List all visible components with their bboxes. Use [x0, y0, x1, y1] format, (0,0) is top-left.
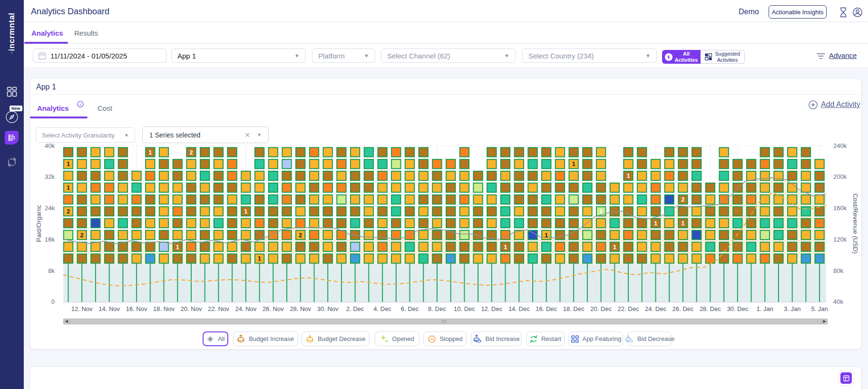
svg-text:24. Nov: 24. Nov — [235, 305, 256, 312]
svg-text:Paid/Organic: Paid/Organic — [35, 205, 42, 242]
svg-text:2: 2 — [80, 232, 84, 239]
svg-text:40k: 40k — [45, 143, 55, 149]
svg-text:1: 1 — [176, 243, 179, 251]
svg-text:40k: 40k — [833, 298, 843, 305]
svg-text:6. Dec: 6. Dec — [401, 305, 419, 312]
svg-text:1: 1 — [572, 160, 575, 167]
svg-text:1: 1 — [148, 149, 152, 156]
svg-text:240k: 240k — [833, 143, 847, 149]
svg-text:30. Dec: 30. Dec — [727, 305, 748, 312]
svg-text:28. Nov: 28. Nov — [290, 305, 311, 312]
svg-text:30. Nov: 30. Nov — [317, 305, 339, 312]
svg-text:5. Jan: 5. Jan — [811, 305, 828, 312]
svg-text:4. Dec: 4. Dec — [373, 305, 391, 312]
svg-text:80k: 80k — [833, 267, 843, 274]
svg-text:1: 1 — [613, 243, 616, 251]
svg-text:26. Nov: 26. Nov — [263, 305, 284, 312]
svg-text:24k: 24k — [45, 204, 55, 212]
svg-text:1: 1 — [67, 184, 70, 191]
svg-text:2: 2 — [681, 196, 684, 203]
svg-text:16. Dec: 16. Dec — [536, 305, 557, 312]
svg-text:20. Dec: 20. Dec — [590, 305, 612, 312]
svg-text:14. Dec: 14. Dec — [508, 305, 530, 312]
svg-text:18. Dec: 18. Dec — [563, 305, 585, 312]
svg-text:24. Dec: 24. Dec — [645, 305, 666, 312]
svg-text:2. Dec: 2. Dec — [346, 305, 364, 312]
svg-text:8k: 8k — [48, 267, 55, 274]
svg-text:22. Dec: 22. Dec — [618, 305, 639, 312]
svg-text:2: 2 — [67, 208, 70, 215]
svg-text:1: 1 — [681, 220, 684, 227]
svg-text:1: 1 — [258, 255, 261, 262]
svg-text:10. Dec: 10. Dec — [454, 305, 475, 312]
svg-text:0: 0 — [51, 298, 55, 305]
svg-text:1: 1 — [545, 232, 548, 239]
svg-text:1: 1 — [626, 172, 630, 179]
svg-text:1: 1 — [599, 208, 603, 215]
svg-text:120k: 120k — [833, 236, 847, 243]
svg-text:2: 2 — [299, 232, 302, 239]
svg-text:26. Dec: 26. Dec — [672, 305, 693, 312]
svg-text:1: 1 — [504, 243, 507, 251]
svg-text:20. Nov: 20. Nov — [181, 305, 202, 312]
svg-text:18. Nov: 18. Nov — [153, 305, 175, 312]
svg-text:14. Nov: 14. Nov — [98, 305, 120, 312]
svg-text:22. Nov: 22. Nov — [208, 305, 229, 312]
svg-text:28. Dec: 28. Dec — [700, 305, 721, 312]
svg-text:2: 2 — [189, 149, 193, 156]
svg-text:16k: 16k — [45, 236, 55, 243]
svg-text:32k: 32k — [45, 173, 55, 180]
svg-text:12. Dec: 12. Dec — [481, 305, 502, 312]
svg-text:12. Nov: 12. Nov — [71, 305, 93, 312]
svg-text:1. Jan: 1. Jan — [756, 305, 773, 312]
svg-text:1: 1 — [67, 160, 70, 167]
svg-text:16. Nov: 16. Nov — [126, 305, 147, 312]
svg-text:Cost/Revenue (USD): Cost/Revenue (USD) — [852, 194, 859, 254]
svg-text:3. Jan: 3. Jan — [784, 305, 800, 312]
svg-text:8. Dec: 8. Dec — [428, 305, 446, 312]
svg-text:1: 1 — [244, 208, 247, 215]
svg-text:200k: 200k — [833, 173, 847, 180]
svg-text:1: 1 — [654, 220, 657, 227]
svg-text:160k: 160k — [833, 204, 847, 212]
